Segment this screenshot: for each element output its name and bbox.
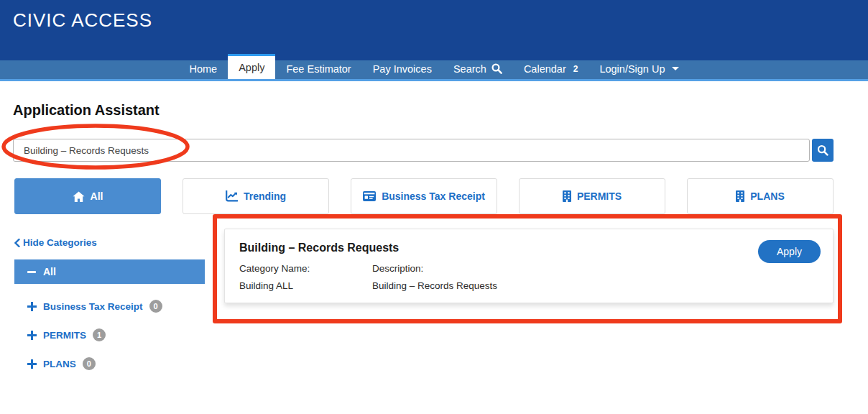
tab-label: PLANS — [750, 190, 784, 202]
nav-item-pay-invoices[interactable]: Pay Invoices — [362, 58, 443, 79]
sidebar-item-label: PERMITS — [43, 330, 86, 341]
tab-business-tax-receipt[interactable]: Business Tax Receipt — [351, 178, 497, 214]
nav-item-login-signup[interactable]: Login/Sign Up — [588, 58, 689, 79]
nav-label: Login/Sign Up — [599, 63, 665, 75]
building-icon — [563, 190, 571, 202]
nav-item-search[interactable]: Search — [443, 58, 513, 79]
nav-label: Pay Invoices — [373, 63, 432, 75]
tab-label: Business Tax Receipt — [382, 190, 485, 202]
plus-icon — [27, 302, 37, 311]
description-label: Description: — [372, 260, 505, 277]
nav-item-apply[interactable]: Apply — [228, 54, 275, 79]
search-icon — [817, 144, 828, 156]
tab-label: All — [91, 190, 103, 202]
app-header: CIVIC ACCESS — [0, 0, 868, 60]
category-tabs: All Trending Business Tax Receipt PERMIT… — [14, 178, 834, 214]
chevron-down-icon — [672, 67, 679, 70]
page-title: Application Assistant — [13, 102, 160, 119]
sidebar-item-all[interactable]: All — [14, 259, 205, 284]
main-nav: Home Apply Fee Estimator Pay Invoices Se… — [0, 60, 868, 81]
search-icon — [491, 63, 502, 74]
categories-sidebar: Hide Categories All Business Tax Receipt… — [14, 237, 205, 370]
hide-categories-label: Hide Categories — [23, 237, 97, 248]
hide-categories-link[interactable]: Hide Categories — [14, 237, 205, 248]
search-bar — [13, 139, 834, 162]
calendar-count-badge: 2 — [573, 64, 578, 74]
brand-logo[interactable]: CIVIC ACCESS — [13, 9, 152, 32]
count-badge: 0 — [83, 357, 96, 370]
search-input[interactable] — [13, 139, 810, 162]
building-icon — [736, 190, 744, 202]
nav-label: Calendar — [524, 63, 566, 75]
tab-all[interactable]: All — [14, 178, 161, 214]
sidebar-item-permits[interactable]: PERMITS 1 — [14, 328, 205, 341]
tab-label: Trending — [244, 190, 286, 202]
minus-icon — [27, 271, 36, 273]
plus-icon — [27, 359, 37, 369]
search-button[interactable] — [812, 139, 834, 162]
sidebar-item-label: Business Tax Receipt — [43, 301, 143, 312]
result-card: Building – Records Requests Category Nam… — [224, 229, 834, 303]
nav-item-calendar[interactable]: Calendar 2 — [513, 58, 589, 79]
category-name-label: Category Name: — [239, 260, 372, 277]
chevron-left-icon — [14, 239, 20, 247]
description-value: Building – Records Requests — [372, 277, 505, 295]
tab-label: PERMITS — [577, 190, 622, 202]
nav-item-fee-estimator[interactable]: Fee Estimator — [275, 58, 361, 79]
plus-icon — [27, 331, 37, 340]
sidebar-item-plans[interactable]: PLANS 0 — [14, 357, 205, 370]
category-column: Category Name: Building ALL — [239, 260, 372, 295]
civic-access-app: CIVIC ACCESS Home Apply Fee Estimator Pa… — [0, 0, 868, 414]
description-column: Description: Building – Records Requests — [372, 260, 505, 295]
result-card-title: Building – Records Requests — [239, 242, 818, 254]
tab-permits[interactable]: PERMITS — [519, 178, 665, 214]
sidebar-item-label: PLANS — [43, 359, 76, 369]
tab-trending[interactable]: Trending — [183, 178, 329, 214]
home-icon — [73, 191, 85, 202]
result-card-details: Category Name: Building ALL Description:… — [239, 260, 818, 295]
count-badge: 0 — [149, 300, 162, 313]
nav-label: Fee Estimator — [286, 63, 351, 75]
nav-label: Home — [189, 63, 217, 75]
sidebar-item-label: All — [43, 266, 56, 277]
apply-button[interactable]: Apply — [758, 240, 821, 263]
sidebar-item-business-tax-receipt[interactable]: Business Tax Receipt 0 — [14, 300, 205, 313]
id-card-icon — [363, 191, 376, 201]
trending-chart-icon — [226, 190, 238, 202]
nav-item-home[interactable]: Home — [178, 58, 228, 79]
category-name-value: Building ALL — [239, 277, 372, 295]
nav-label: Apply — [239, 62, 264, 73]
nav-label: Search — [453, 63, 486, 75]
count-badge: 1 — [93, 328, 106, 341]
tab-plans[interactable]: PLANS — [687, 178, 834, 214]
